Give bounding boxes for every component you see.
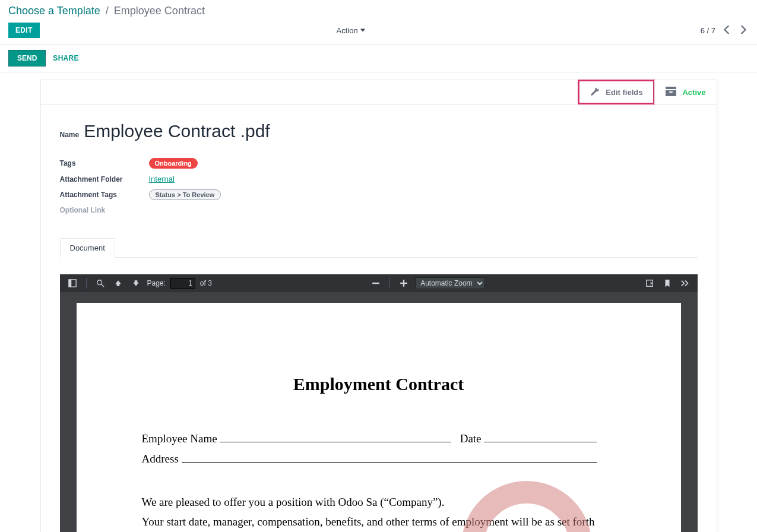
breadcrumb: Choose a Template / Employee Contract (0, 0, 757, 19)
form-sheet: Edit fields Active Name Employee Contrac… (40, 80, 717, 532)
tags-value: Onboarding (149, 158, 698, 169)
title-row: Name Employee Contract .pdf (60, 121, 698, 141)
pdf-toolbar: Page: of 3 Automatic Zoom (60, 274, 698, 292)
pager-prev-button[interactable] (721, 26, 732, 36)
pdf-page: Employment Contract Employee Name Date A… (77, 303, 681, 532)
pdf-employee-name-label: Employee Name (142, 432, 217, 445)
pdf-watermark-icon (461, 481, 592, 532)
caret-down-icon (360, 28, 365, 33)
pdf-zoom-out-button[interactable] (369, 278, 382, 289)
svg-point-2 (97, 280, 102, 285)
secondary-bar: SEND SHARE (0, 45, 757, 72)
pager-text: 6 / 7 (701, 26, 715, 35)
pdf-title: Employment Contract (142, 374, 616, 394)
tabs: Document (60, 238, 698, 258)
edit-fields-button[interactable]: Edit fields (578, 80, 655, 104)
bookmark-icon (663, 279, 672, 287)
pdf-page-down-button[interactable] (129, 278, 142, 289)
presentation-icon (645, 279, 654, 287)
minus-icon (372, 279, 380, 287)
pdf-page-of: of 3 (200, 279, 212, 287)
name-label: Name (60, 131, 80, 139)
pdf-presentation-button[interactable] (643, 278, 656, 289)
send-button[interactable]: SEND (8, 50, 46, 66)
attachment-folder-link[interactable]: Internal (149, 175, 175, 183)
attachment-folder-label: Attachment Folder (60, 175, 149, 183)
svg-rect-1 (68, 280, 71, 287)
pdf-zoom-select[interactable]: Automatic Zoom (415, 277, 485, 289)
pager: 6 / 7 (701, 26, 749, 36)
pdf-date-blank (484, 430, 597, 442)
arrow-down-icon (132, 279, 140, 287)
pdf-find-button[interactable] (94, 278, 107, 289)
svg-rect-6 (403, 280, 404, 287)
breadcrumb-separator: / (106, 5, 109, 17)
attachment-tags-value: Status > To Review (149, 189, 698, 200)
pdf-page-input[interactable] (170, 278, 195, 289)
pdf-tools-button[interactable] (679, 278, 692, 289)
active-button[interactable]: Active (654, 80, 716, 104)
attachment-tags-label: Attachment Tags (60, 191, 149, 199)
edit-button[interactable]: EDIT (8, 23, 40, 38)
tag-onboarding[interactable]: Onboarding (149, 158, 198, 169)
wrench-icon (590, 87, 600, 97)
pdf-bookmark-button[interactable] (661, 278, 674, 289)
control-bar: EDIT Action 6 / 7 (0, 19, 757, 45)
action-label: Action (337, 26, 358, 35)
svg-marker-8 (650, 281, 652, 284)
document-name: Employee Contract .pdf (84, 121, 270, 141)
statusbar: Edit fields Active (41, 80, 717, 104)
edit-fields-label: Edit fields (606, 88, 642, 97)
pdf-page-up-button[interactable] (112, 278, 125, 289)
share-link[interactable]: SHARE (53, 54, 79, 62)
pdf-employee-name-blank (220, 430, 451, 442)
breadcrumb-current: Employee Contract (114, 5, 205, 17)
pdf-date-label: Date (460, 432, 482, 445)
archive-icon (666, 87, 676, 97)
arrow-up-icon (114, 279, 122, 287)
tab-document[interactable]: Document (60, 238, 115, 258)
action-dropdown[interactable]: Action (337, 26, 365, 35)
pager-next-button[interactable] (738, 26, 749, 36)
tags-label: Tags (60, 159, 149, 167)
pdf-sidebar-toggle[interactable] (66, 278, 79, 289)
chevron-double-right-icon (681, 279, 689, 287)
pdf-address-label: Address (142, 452, 179, 465)
pdf-zoom-in-button[interactable] (397, 278, 410, 289)
tag-status-to-review[interactable]: Status > To Review (149, 189, 221, 200)
optional-link-label: Optional Link (60, 206, 149, 214)
pdf-page-label: Page: (147, 279, 166, 287)
active-label: Active (682, 88, 705, 97)
plus-icon (400, 279, 408, 287)
breadcrumb-parent-link[interactable]: Choose a Template (8, 5, 100, 17)
search-icon (96, 279, 104, 287)
svg-line-3 (101, 284, 103, 287)
svg-rect-4 (372, 283, 379, 284)
pdf-address-blank (182, 450, 597, 463)
pdf-viewer: Page: of 3 Automatic Zoom (60, 274, 698, 532)
attachment-folder-value: Internal (149, 175, 698, 183)
